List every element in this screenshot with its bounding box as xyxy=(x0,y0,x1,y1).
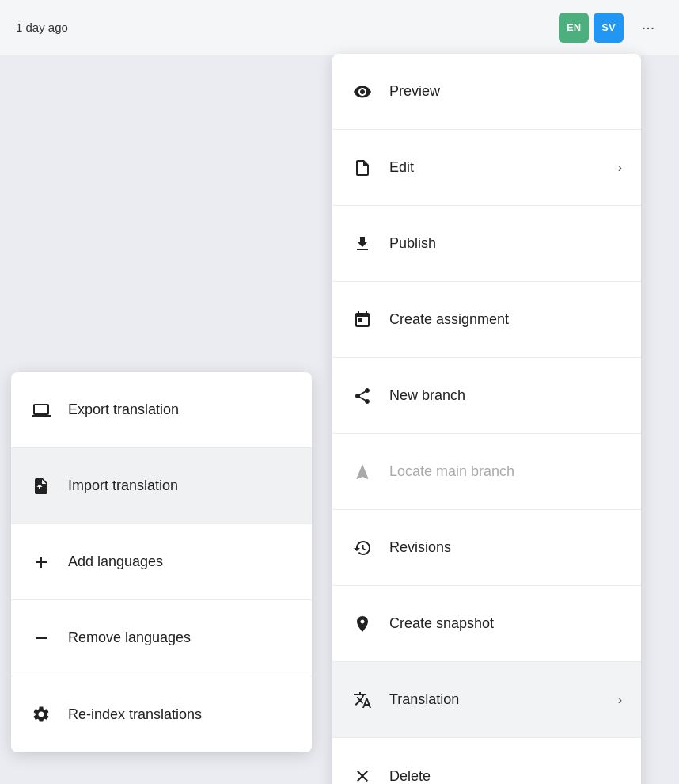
menu-item-locate-main-branch: Locate main branch xyxy=(332,434,641,510)
menu-item-create-snapshot[interactable]: Create snapshot xyxy=(332,586,641,662)
menu-item-translation[interactable]: Translation › xyxy=(332,662,641,738)
menu-item-revisions[interactable]: Revisions xyxy=(332,510,641,586)
new-branch-label: New branch xyxy=(389,387,622,404)
export-translation-label: Export translation xyxy=(68,402,293,418)
main-context-menu: Preview Edit › Publish Create assignment xyxy=(332,54,641,784)
more-button[interactable]: ··· xyxy=(633,13,663,43)
menu-item-preview[interactable]: Preview xyxy=(332,54,641,130)
menu-item-create-assignment[interactable]: Create assignment xyxy=(332,282,641,358)
share-icon xyxy=(351,386,374,405)
calendar-icon xyxy=(351,310,374,329)
plus-icon xyxy=(30,553,52,572)
locate-main-branch-label: Locate main branch xyxy=(389,463,622,480)
preview-label: Preview xyxy=(389,83,622,100)
menu-item-edit[interactable]: Edit › xyxy=(332,130,641,206)
edit-label: Edit xyxy=(389,159,602,176)
top-bar: 1 day ago EN SV ··· xyxy=(0,0,679,55)
translation-label: Translation xyxy=(389,691,602,708)
more-icon: ··· xyxy=(642,18,655,36)
menu-item-publish[interactable]: Publish xyxy=(332,206,641,282)
history-icon xyxy=(351,539,374,558)
translation-icon xyxy=(351,691,374,710)
gear-icon xyxy=(30,705,52,724)
location-icon xyxy=(351,462,374,481)
lang-buttons: EN SV ··· xyxy=(559,13,663,43)
sub-menu-item-import-translation[interactable]: Import translation xyxy=(11,448,312,524)
minus-icon xyxy=(30,629,52,648)
snapshot-icon xyxy=(351,615,374,634)
sub-menu-item-add-languages[interactable]: Add languages xyxy=(11,524,312,600)
publish-icon xyxy=(351,234,374,253)
revisions-label: Revisions xyxy=(389,539,622,556)
sub-menu-item-reindex-translations[interactable]: Re-index translations xyxy=(11,676,312,752)
translation-chevron-icon: › xyxy=(618,693,622,707)
edit-chevron-icon: › xyxy=(618,161,622,175)
delete-label: Delete xyxy=(389,768,622,785)
delete-icon xyxy=(351,767,374,784)
add-languages-label: Add languages xyxy=(68,554,293,570)
reindex-translations-label: Re-index translations xyxy=(68,706,293,723)
file-icon xyxy=(351,158,374,177)
lang-sv-button[interactable]: SV xyxy=(594,13,624,43)
remove-languages-label: Remove languages xyxy=(68,630,293,646)
lang-en-button[interactable]: EN xyxy=(559,13,589,43)
import-translation-label: Import translation xyxy=(68,478,293,494)
menu-item-new-branch[interactable]: New branch xyxy=(332,358,641,434)
menu-item-delete[interactable]: Delete xyxy=(332,738,641,784)
timestamp: 1 day ago xyxy=(16,21,68,34)
sub-menu-item-export-translation[interactable]: Export translation xyxy=(11,372,312,448)
publish-label: Publish xyxy=(389,235,622,252)
create-assignment-label: Create assignment xyxy=(389,311,622,328)
create-snapshot-label: Create snapshot xyxy=(389,615,622,632)
eye-icon xyxy=(351,82,374,101)
monitor-icon xyxy=(30,401,52,420)
sub-menu-item-remove-languages[interactable]: Remove languages xyxy=(11,600,312,676)
file-upload-icon xyxy=(30,477,52,496)
translation-sub-menu: Export translation Import translation Ad… xyxy=(11,372,312,752)
